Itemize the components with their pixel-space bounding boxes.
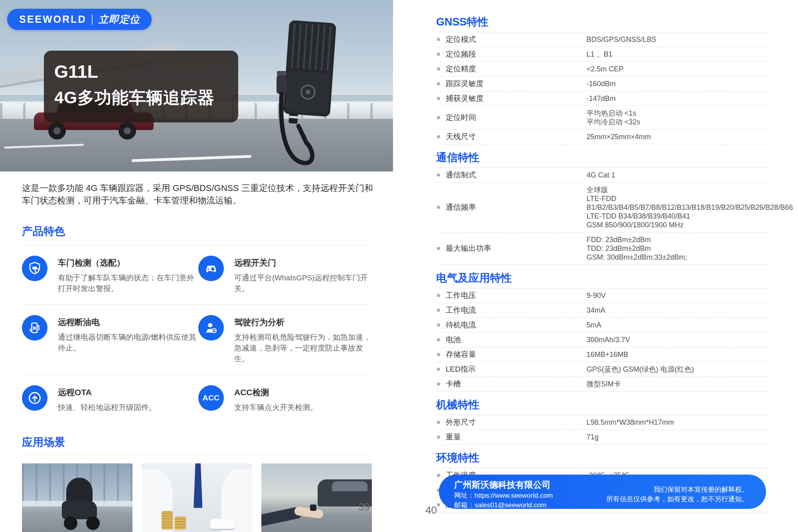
feature-desc: 支持检测司机危险驾驶行为，如急加速，急减速，急刹等，一定程度防止事故发生。 [234,332,371,364]
spec-row: 重量71g [436,430,768,445]
spec-row: 工作电流34mA [436,303,768,318]
bullet-icon [437,503,440,506]
spec-value: <2.5m CEP [587,65,768,73]
spec-label: 定位时间 [446,113,587,122]
feature-title: ACC检测 [234,387,318,398]
bullet-icon [437,353,440,356]
section-title: 通信特性 [436,152,768,164]
bullet-icon [437,116,440,119]
features-row: 车门检测（选配） 有助于了解车队车辆的状态；在车门意外打开时发出警报。 远程开关… [22,245,371,304]
spec-value: 4G Cat 1 [587,171,768,179]
bullet-icon [437,382,440,386]
feature-item: 驾驶行为分析 支持检测司机危险驾驶行为，如急加速，急减速，急刹等，一定程度防止事… [198,315,371,364]
brand-wordmark: SEEWORLD [19,14,86,25]
bullet-icon [437,82,440,85]
brand-logo: SEEWORLD 立即定位 [7,9,152,30]
bullet-icon [437,368,440,371]
lane-marking [132,155,251,162]
spec-label: 存储容量 [446,350,587,359]
spec-rows: 工作电压9-90V 工作电流34mA 待机电流5mA 电池300mAh/3.7V… [436,288,768,392]
spec-label: 跟踪灵敏度 [446,79,587,88]
product-title: 4G多功能车辆追踪器 [54,89,238,106]
spec-value: 25mm×25mm×4mm [587,132,768,141]
page-right-specs: GNSS特性 定位模式BDS/GPS/GNSS/LBS 定位频段L1 、B1 定… [436,16,768,512]
scenario-image-motorcycle [22,463,132,532]
email-link[interactable]: sales01@seeworld.com [474,501,547,509]
spec-label: 定位频段 [446,50,587,59]
spec-value: 平均热启动 <1s 平均冷启动 <32s [587,109,768,126]
spec-label: 电池 [446,335,587,344]
gps-tracker-device-image [275,18,342,170]
remote-fuel-cutoff-icon [22,315,47,341]
scenario-card: 电动摩托车管理 [22,463,132,532]
acc-detection-icon: ACC [198,385,224,411]
disclaimer-line: 我们保留对本宣传册的解释权。 [606,485,749,495]
spec-value: 5mA [587,321,768,329]
website-link[interactable]: https://www.seeworld.com [474,492,553,499]
spec-label: 天线尺寸 [446,132,587,141]
scenario-image-car-rental [142,463,252,532]
spec-value: 71g [587,433,768,441]
section-title: GNSS特性 [436,16,768,28]
spec-value: 9-90V [587,291,768,300]
spec-row: 通信制式4G Cat 1 [436,168,768,183]
spec-label: 卡槽 [446,380,587,388]
spec-label: 定位模式 [446,35,587,44]
spec-value: 全球版 LTE-FDD B1/B2/B3/B4/B5/B7/B8/B12/B13… [587,185,793,229]
bullet-icon [437,38,440,41]
spec-section-communication: 通信特性 通信制式4G Cat 1 通信频率全球版 LTE-FDD B1/B2/… [436,152,768,265]
spec-label: LED指示 [446,365,587,374]
bullet-icon [437,421,440,424]
bullet-icon [437,135,440,138]
car-wheel [48,122,66,140]
website-line: 网址：https://www.seeworld.com [454,492,553,500]
spec-rows: 通信制式4G Cat 1 通信频率全球版 LTE-FDD B1/B2/B3/B4… [436,167,768,265]
scenario-image-car-finance [261,463,372,532]
spec-row: 待机电流5mA [436,318,768,333]
spec-row: 外形尺寸L98.5mm*W38mm*H17mm [436,415,768,430]
spec-row: 跟踪灵敏度-160dBm [436,77,768,91]
feature-item: ACC ACC检测 支持车辆点火开关检测。 [198,385,371,413]
hero-title-panel: G11L 4G多功能车辆追踪器 [44,51,238,122]
spec-row: 卡槽微型SIM卡 [436,377,768,392]
feature-item: 远程开关门 可通过平台(WhatsGPS)远程控制车门开关。 [198,256,371,294]
feature-desc: 快速、轻松地远程升级固件。 [58,402,156,413]
email-label: 邮箱： [454,501,474,509]
spec-value: -147dBm [587,94,768,103]
remote-door-control-car-icon [198,256,224,281]
spec-row: 定位模式BDS/GPS/GNSS/LBS [436,32,768,47]
bullet-icon [437,338,440,341]
feature-item: 远程OTA 快速、轻松地远程升级固件。 [22,385,198,413]
spec-section-mechanical: 机械特性 外形尺寸L98.5mm*W38mm*H17mm 重量71g [436,399,768,445]
spec-value: 微型SIM卡 [587,380,768,388]
feature-title: 远程开关门 [234,257,371,268]
bullet-icon [437,435,440,439]
feature-title: 车门检测（选配） [58,257,198,268]
spec-value: FDD: 23dBm±2dBm TDD: 23dBm±2dBm GSM: 30d… [587,235,768,262]
website-label: 网址： [454,492,474,499]
spec-rows: 定位模式BDS/GPS/GNSS/LBS 定位频段L1 、B1 定位精度<2.5… [436,32,768,144]
car-wheel [119,122,136,140]
spec-value: GPS(蓝色) GSM(绿色) 电源(红色) [587,365,768,374]
spec-value: 34mA [587,306,768,315]
spec-value: L1 、B1 [587,50,768,59]
page-number-right: 40 [425,504,437,516]
feature-text: ACC检测 支持车辆点火开关检测。 [234,385,318,413]
features-section-title: 产品特色 [22,224,371,245]
feature-desc: 可通过平台(WhatsGPS)远程控制车门开关。 [234,272,371,294]
spec-row: 天线尺寸25mm×25mm×4mm [436,130,768,144]
feature-title: 远程OTA [58,387,156,398]
spec-value: BDS/GPS/GNSS/LBS [587,35,768,44]
spec-label: 工作电流 [446,306,587,315]
bullet-icon [437,247,440,250]
brochure-spread: { "brand": { "logo_text": "SEEWORLD", "l… [0,0,798,532]
spec-label: 捕获灵敏度 [446,94,587,103]
spec-row: 工作电压9-90V [436,288,768,303]
spec-label: 工作电压 [446,291,587,300]
bullet-icon [437,53,440,56]
bullet-icon [437,309,440,312]
spec-value: 300mAh/3.7V [587,335,768,344]
product-model: G11L [54,63,238,81]
feature-item: 远程断油电 通过继电器切断车辆的电源/燃料供应使其停止。 [22,315,198,364]
lane-marking [4,144,84,149]
